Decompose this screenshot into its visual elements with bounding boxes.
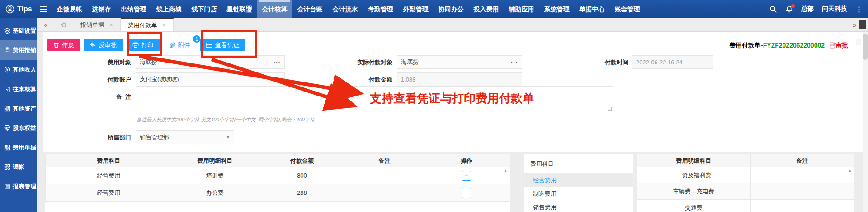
income-icon [4,67,10,73]
nav-item-liushui[interactable]: 会计流水 [328,0,363,18]
picker-ellipsis-icon[interactable]: ··· [274,59,281,66]
tab-list-icon[interactable]: ≡ [859,20,866,29]
user-circle-icon [5,5,14,14]
notification-bell-icon[interactable] [785,5,793,13]
void-button[interactable]: 作废 [47,39,80,51]
layers-icon [4,28,10,34]
scrollbar-thumb[interactable] [863,34,868,60]
table-row: 车辆费---充电费 [637,183,854,200]
top-nav: Tips 企微易帐 进销存 出纳管理 线上商城 线下门店 星链联盟 会计核算 会… [0,0,868,18]
vertical-scrollbar[interactable] [863,32,868,212]
home-tab-icon[interactable] [55,18,73,31]
view-voucher-button[interactable]: 查看凭证 [200,39,245,51]
nav-item-xitong[interactable]: 系统管理 [539,0,575,18]
nav-item-chuna[interactable]: 出纳管理 [116,0,151,18]
print-button[interactable]: 打印 [127,39,160,51]
nav-item-shangcheng[interactable]: 线上商城 [151,0,187,18]
table-header-row: 费用明细科目 备注 [637,154,854,167]
nav-item-xinglian[interactable]: 星链联盟 [222,0,257,18]
tab-baoxiao-danju[interactable]: 报销单据 × [73,18,121,31]
tabs-overflow-icon[interactable]: » [853,21,855,29]
trash-icon [53,42,59,48]
nav-item-fuzhu[interactable]: 辅助应用 [504,0,539,18]
remove-row-button[interactable]: − [462,171,471,181]
expense-subcategory-table: 费用明细科目 备注 工资及福利费 车辆费---充电费 交通费 [637,154,854,212]
top-nav-right: 总部 问天科技 ⋮ [769,5,863,14]
ledger-icon [4,86,10,92]
resize-grip[interactable] [608,107,612,111]
clipboard-icon [4,47,10,53]
remark-label: 备 注 [77,93,131,101]
app-logo[interactable]: Tips [5,5,32,14]
search-icon[interactable] [769,5,777,13]
pay-time-label: 付款时间 [574,58,628,67]
menu-toggle-icon[interactable] [39,6,47,12]
remark-textarea[interactable] [136,86,613,112]
expense-target-field[interactable]: 海底捞 ··· [136,55,285,69]
more-options-icon[interactable]: ⋮ [855,5,863,14]
equity-icon [4,125,10,131]
assets-icon [4,106,10,112]
actual-payee-field[interactable]: 海底捞 ··· [397,55,522,69]
sidebar-item-shareholder-equity[interactable]: 股东权益 [0,118,37,138]
nav-item-taizhang[interactable]: 会计台账 [292,0,328,18]
nav-item-xietong[interactable]: 协同办公 [434,0,469,18]
sidebar-item-report-management[interactable]: 报表管理 [0,177,37,196]
company-name[interactable]: 问天科技 [822,5,847,13]
sidebar-item-expense-bills[interactable]: 费用单据 [0,138,37,157]
sidebar-item-basic-settings[interactable]: 基础设置 [0,21,37,40]
nav-item-qiwei[interactable]: 企微易帐 [52,0,87,18]
sidebar-item-adjust-account[interactable]: 调帐 [0,157,37,177]
expense-category-panel: 费用科目 经营费用 制造费用 销售费用 [524,154,634,212]
pay-account-label: 付款账户 [77,76,131,84]
table-row: 经营费用 培训费 800 − [46,167,510,184]
category-item-manufacturing[interactable]: 制造费用 [524,187,633,201]
nav-item-zhangtao[interactable]: 账套管理 [610,0,645,18]
tab-bar-right: » ≡ [853,18,868,31]
close-icon[interactable]: × [109,21,113,28]
sidebar-item-current-accounts[interactable]: 往来核算 [0,79,37,99]
unapprove-button[interactable]: 反审批 [84,39,123,51]
collapse-tabs-icon[interactable]: « [37,18,55,31]
nav-item-waiqin[interactable]: 外勤管理 [398,0,434,18]
table-row: 工资及福利费 [637,167,854,183]
nav-item-kuaiji-hesuan-active[interactable]: 会计核算 [257,0,292,18]
status-badge: 已审批 [829,42,848,49]
sidebar-item-expense-reimburse[interactable]: 费用报销 [0,40,37,60]
nav-item-mendian[interactable]: 线下门店 [187,0,222,18]
table-row: 交通费 [637,200,854,212]
picker-ellipsis-icon[interactable]: ··· [511,59,518,66]
sidebar-item-other-income[interactable]: 其他收入 [0,60,37,79]
table-scroll-up-icon[interactable]: ▲ [504,169,507,173]
pay-amount-field: 1,088 [397,72,522,86]
table-header-row: 费用科目 费用明细科目 付款金额 备注 操作 [46,154,510,167]
sidebar: 基础设置 费用报销 其他收入 往来核算 其他资产 股东权益 费用单据 调帐 [0,18,37,212]
printer-icon [132,42,139,48]
category-panel-header: 费用科目 [524,154,633,173]
category-item-sales[interactable]: 销售费用 [524,201,633,212]
nav-item-jinxiaocun[interactable]: 进销存 [87,0,116,18]
app-window: Tips 企微易帐 进销存 出纳管理 线上商城 线下门店 星链联盟 会计核算 会… [0,0,868,212]
pay-account-select[interactable]: 支付宝(吱吱吱) ▼ [136,72,285,86]
report-icon [4,183,10,190]
actual-payee-label: 实际付款对象 [316,58,392,67]
category-item-operating[interactable]: 经营费用 [524,173,633,187]
nav-item-danju[interactable]: 单据中心 [575,0,610,18]
expense-target-label: 费用对象 [77,58,131,67]
department-select[interactable]: 销售管理部 ▼ [136,130,234,144]
remove-row-button[interactable]: − [462,188,471,198]
close-icon[interactable]: × [163,22,166,29]
panel-scroll-box[interactable] [856,39,861,45]
table-row: 经营费用 办公费 288 − [46,184,510,202]
org-switcher[interactable]: 总部 [801,5,814,13]
doc-title-prefix: 费用付款单- [729,42,763,49]
sidebar-item-other-assets[interactable]: 其他资产 [0,99,37,118]
paperclip-icon [169,42,175,48]
table-scroll-up-icon[interactable]: ▲ [848,169,852,173]
attachment-button[interactable]: 附件 [163,39,196,51]
nav-item-kaoqin[interactable]: 考勤管理 [363,0,398,18]
nav-item-touru[interactable]: 投入费用 [469,0,504,18]
tab-feiyong-fukuandan-active[interactable]: 费用付款单 × [121,18,174,31]
adjust-icon [4,164,10,170]
document-header: 费用付款单-FYZF2022062200002已审批 [729,42,848,50]
